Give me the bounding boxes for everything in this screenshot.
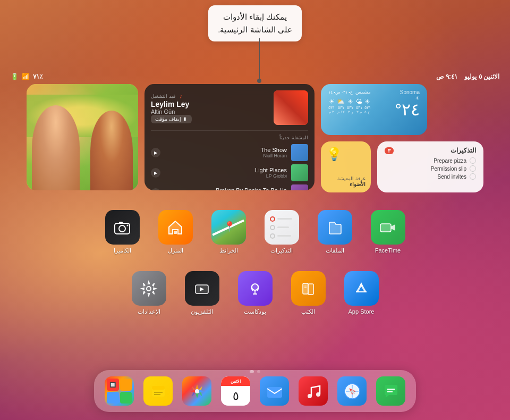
app-label: الخرائط: [219, 247, 238, 254]
home-widget[interactable]: 💡 غرفة المعيشة الأضواء: [321, 141, 371, 192]
files-icon: [318, 210, 352, 245]
app-books[interactable]: الكتب: [291, 271, 326, 315]
weather-top: مشمس ع• ٣١- ص• ١٤ ☀ ٥٣١ ٣ م ⛅ ٥٣٧ ١٢ م: [328, 89, 420, 118]
dock-safari-icon[interactable]: [337, 376, 367, 406]
app-label: بودكاست: [244, 308, 266, 315]
app-label: التلفزيون: [191, 308, 213, 315]
photo-image: [27, 84, 138, 190]
app-reminders[interactable]: التذكيرات: [265, 210, 299, 254]
app-home[interactable]: المنزل: [158, 210, 193, 254]
maps-icon: 📍: [211, 210, 246, 245]
dock-widget-icon[interactable]: 🔲: [105, 376, 134, 406]
music-widget[interactable]: ♪ قيد التشغيل Leylim Ley Altin Gün ⏸ إيق…: [144, 84, 314, 190]
reminders-app-icon: [265, 210, 299, 245]
pause-label: إيقاف مؤقت: [155, 116, 181, 122]
app-podcasts[interactable]: بودكاست: [238, 271, 273, 315]
svg-rect-5: [380, 224, 391, 232]
svg-point-23: [308, 394, 312, 398]
track-row[interactable]: Broken By Desire To Be He... Lewis Capal…: [151, 183, 308, 190]
dock-photos-icon[interactable]: [182, 376, 211, 406]
svg-rect-13: [308, 284, 313, 295]
forecast-day: ☀ ٥٣١ ج ٥: [364, 98, 371, 114]
track-artist: LP Giobbi: [165, 173, 287, 179]
svg-point-6: [147, 287, 151, 291]
app-appstore[interactable]: App Store: [344, 271, 379, 315]
weather-temperature: °٢٤: [395, 101, 420, 118]
track-row[interactable]: Light Places LP Giobbi ▶: [151, 163, 308, 183]
app-facetime[interactable]: FaceTime: [371, 210, 405, 254]
status-time: ٩:٤١ ص: [436, 73, 457, 80]
tooltip-line2: على الشاشة الرئيسية.: [218, 25, 292, 34]
forecast-day: 🌤 ٥٣١ م ٣: [356, 98, 362, 114]
reminder-checkbox[interactable]: [470, 157, 476, 164]
app-label: المنزل: [168, 247, 183, 254]
photo-widget[interactable]: [27, 84, 138, 190]
weather-temp-area: Sonoma ☀ °٢٤: [395, 89, 420, 118]
reminder-checkbox[interactable]: [470, 173, 476, 180]
status-bar-right: الاثنين ٥ يوليو ٩:٤١ ص: [436, 73, 499, 80]
music-controls-area: ♪ قيد التشغيل Leylim Ley Altin Gün ⏸ إيق…: [151, 93, 268, 123]
weather-widget[interactable]: مشمس ع• ٣١- ص• ١٤ ☀ ٥٣١ ٣ م ⛅ ٥٣٧ ١٢ م: [321, 84, 427, 135]
tooltip-area: يمكنك إبقاء الأدوات على الشاشة الرئيسية.: [0, 0, 510, 69]
track-play-button[interactable]: ▶: [151, 188, 160, 190]
appstore-icon: [344, 271, 379, 306]
track-thumbnail: [291, 144, 308, 161]
reminder-item: Prepare pizza: [385, 157, 476, 164]
battery-percentage: ٧١٪: [33, 73, 42, 80]
svg-rect-18: [152, 386, 165, 390]
pause-button[interactable]: ⏸ إيقاف مؤقت: [151, 115, 192, 123]
reminders-count-badge: ٣: [385, 147, 394, 154]
song-artist: Altin Gün: [151, 108, 175, 115]
dock-messages-icon[interactable]: [376, 376, 405, 406]
now-playing-label: قيد التشغيل: [151, 94, 175, 99]
app-camera[interactable]: الكاميرا: [105, 210, 140, 254]
app-appletv[interactable]: التلفزيون: [185, 271, 219, 315]
widgets-row1: ♪ قيد التشغيل Leylim Ley Altin Gün ⏸ إيق…: [27, 84, 483, 192]
reminder-checkbox[interactable]: [470, 165, 476, 172]
track-row[interactable]: The Show Niall Horan ▶: [151, 142, 308, 163]
dock-calendar-icon[interactable]: الاثنين ٥: [221, 376, 250, 406]
app-settings[interactable]: الإعدادات: [132, 271, 166, 315]
forecast-day: ☀ ٥٣٧ ر ٣: [347, 98, 353, 114]
app-maps[interactable]: 📍 الخرائط: [211, 210, 246, 254]
track-thumbnail: [291, 164, 308, 181]
map-pin-icon: 📍: [224, 221, 235, 232]
home-app-icon: [158, 210, 193, 245]
battery-icon: 🔋: [11, 73, 19, 80]
podcasts-icon: [238, 271, 273, 306]
forecast-day: ⛅ ٥٣٧ ١٢ م: [337, 98, 345, 114]
app-label: App Store: [348, 308, 375, 315]
dock-notes-icon[interactable]: [143, 376, 173, 406]
app-row-2: الإعدادات التلفزيون بودكاست: [27, 271, 483, 315]
temp-value: ٢٤: [402, 100, 420, 119]
wifi-icon: 📶: [22, 73, 30, 80]
track-info: The Show Niall Horan: [165, 147, 287, 158]
home-device: الأضواء: [326, 181, 366, 187]
app-label: الإعدادات: [138, 308, 160, 315]
dock-music-icon[interactable]: [299, 376, 328, 406]
facetime-icon: [371, 210, 405, 245]
home-bulb-icon: 💡: [326, 147, 366, 162]
right-widgets: مشمس ع• ٣١- ص• ١٤ ☀ ٥٣١ ٣ م ⛅ ٥٣٧ ١٢ م: [321, 84, 483, 192]
app-row-1: الكاميرا المنزل 📍 الخرائط: [27, 210, 483, 254]
app-label: الكاميرا: [114, 247, 131, 254]
reminders-widget[interactable]: التذكيرات ٣ Prepare pizza Permission sli…: [377, 141, 483, 192]
track-info: Broken By Desire To Be He... Lewis Capal…: [165, 187, 287, 190]
track-artist: Niall Horan: [165, 153, 287, 158]
svg-point-21: [195, 389, 199, 393]
reminder-item: Permission slip: [385, 165, 476, 172]
tooltip-callout-dot: [257, 79, 261, 83]
dock-mail-icon[interactable]: [260, 376, 289, 406]
tooltip-bubble: يمكنك إبقاء الأدوات على الشاشة الرئيسية.: [208, 5, 302, 41]
track-play-button[interactable]: ▶: [151, 148, 160, 157]
weather-forecast: ☀ ٥٣١ ٣ م ⛅ ٥٣٧ ١٢ م ☀ ٥٣٧ ر ٣: [328, 98, 371, 114]
song-title: Leylim Ley: [151, 100, 189, 108]
weather-info: مشمس ع• ٣١- ص• ١٤ ☀ ٥٣١ ٣ م ⛅ ٥٣٧ ١٢ م: [328, 89, 371, 114]
app-files[interactable]: الملفات: [318, 210, 352, 254]
reminders-header: التذكيرات ٣: [385, 147, 476, 154]
track-thumbnail: [291, 184, 308, 190]
svg-point-24: [316, 392, 320, 397]
svg-point-1: [119, 225, 125, 232]
track-play-button[interactable]: ▶: [151, 168, 160, 178]
photo-person1: [32, 105, 80, 190]
